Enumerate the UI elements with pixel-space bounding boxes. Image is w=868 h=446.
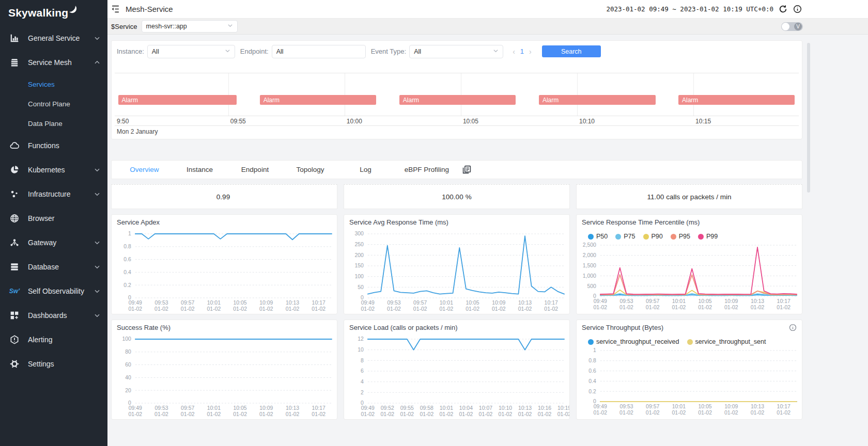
svg-text:01-02: 01-02 bbox=[233, 306, 247, 312]
tab-ebpf-profiling[interactable]: eBPF Profiling bbox=[393, 166, 460, 173]
timeline-divider bbox=[115, 116, 799, 116]
svg-text:10:10: 10:10 bbox=[499, 405, 512, 411]
sidebar-item-dashboards[interactable]: Dashboards bbox=[0, 303, 107, 327]
next-page-icon[interactable]: › bbox=[529, 47, 532, 56]
svg-text:10:04: 10:04 bbox=[459, 405, 473, 411]
sidebar-item-database[interactable]: Database bbox=[0, 254, 107, 279]
svg-text:09:57: 09:57 bbox=[181, 405, 194, 411]
sidebar-item-browser[interactable]: Browser bbox=[0, 206, 107, 230]
svg-text:01-02: 01-02 bbox=[777, 410, 791, 416]
svg-text:10:19: 10:19 bbox=[557, 405, 569, 411]
prev-page-icon[interactable]: ‹ bbox=[513, 47, 515, 56]
tab-log[interactable]: Log bbox=[338, 166, 393, 173]
svg-text:01-02: 01-02 bbox=[420, 411, 434, 417]
timeline-tick-label: 10:00 bbox=[347, 118, 362, 125]
content: Instance: All Endpoint: Event Type: All bbox=[111, 40, 802, 420]
svg-text:0.4: 0.4 bbox=[588, 378, 596, 384]
info-icon[interactable] bbox=[793, 5, 802, 14]
chart-title: Service Throughput (Bytes) bbox=[582, 324, 663, 331]
chart-legend: P50P75P90P95P99 bbox=[577, 230, 802, 241]
time-range-picker[interactable]: 2023-01-02 09:49 ~ 2023-01-02 10:19 UTC+… bbox=[606, 5, 773, 13]
tab-instance[interactable]: Instance bbox=[172, 166, 227, 173]
sidebar-item-functions[interactable]: Functions bbox=[0, 133, 107, 157]
sidebar-item-self-observability[interactable]: Sw’Self Observability bbox=[0, 279, 107, 303]
sidebar-item-service-mesh[interactable]: Service Mesh bbox=[0, 50, 107, 74]
legend-item-P90[interactable]: P90 bbox=[643, 233, 663, 240]
alarm-label: Alarm bbox=[122, 97, 138, 104]
dashboard-settings-icon[interactable] bbox=[462, 165, 473, 175]
legend-dot bbox=[615, 234, 621, 240]
response-time-percentile-chart: Service Response Time Percentile (ms) P5… bbox=[576, 214, 802, 314]
sidebar-item-general-service[interactable]: General Service bbox=[0, 26, 107, 50]
globe-icon bbox=[9, 213, 20, 224]
chevron-down-icon bbox=[94, 191, 100, 197]
alarm-event-bar[interactable]: Alarm bbox=[678, 95, 795, 105]
service-throughput-chart: Service Throughput (Bytes) service_throu… bbox=[576, 320, 802, 420]
svg-text:8: 8 bbox=[361, 358, 364, 363]
alarm-label: Alarm bbox=[682, 97, 698, 104]
svg-text:01-02: 01-02 bbox=[751, 305, 765, 310]
sidebar-item-settings[interactable]: Settings bbox=[0, 352, 107, 376]
alarm-event-bar[interactable]: Alarm bbox=[260, 95, 376, 105]
success-rate-chart: Success Rate (%) 02040608010009:4901-020… bbox=[111, 320, 337, 420]
app-logo[interactable]: Skywalking bbox=[0, 0, 107, 26]
legend-item-service_throughput_sent[interactable]: service_throughput_sent bbox=[687, 338, 766, 345]
alarm-event-bar[interactable]: Alarm bbox=[118, 95, 237, 105]
svg-text:1,000: 1,000 bbox=[583, 273, 596, 279]
event-filter-row: Instance: All Endpoint: Event Type: All bbox=[115, 44, 799, 58]
svg-text:0.4: 0.4 bbox=[123, 269, 131, 275]
sidebar-item-control-plane[interactable]: Control Plane bbox=[0, 94, 107, 114]
timeline-tick-label: 9:50 bbox=[117, 118, 129, 125]
chart-info-icon[interactable] bbox=[789, 324, 797, 331]
svg-text:300: 300 bbox=[354, 231, 364, 236]
svg-text:100: 100 bbox=[354, 274, 364, 279]
version-toggle[interactable]: V bbox=[781, 22, 803, 31]
service-selector-bar: $Service mesh-svr::app V bbox=[107, 19, 868, 35]
legend-item-P50[interactable]: P50 bbox=[588, 233, 608, 240]
service-select[interactable]: mesh-svr::app bbox=[142, 20, 238, 33]
instance-filter-select[interactable]: All bbox=[147, 45, 235, 58]
search-button[interactable]: Search bbox=[542, 45, 601, 57]
svg-text:01-02: 01-02 bbox=[646, 305, 660, 310]
legend-item-P95[interactable]: P95 bbox=[671, 233, 690, 240]
alarm-event-bar[interactable]: Alarm bbox=[539, 95, 656, 105]
legend-item-P99[interactable]: P99 bbox=[698, 233, 718, 240]
svg-text:10:01: 10:01 bbox=[672, 404, 686, 409]
svg-text:09:49: 09:49 bbox=[129, 300, 142, 306]
chevron-down-icon bbox=[94, 264, 100, 270]
svg-text:01-02: 01-02 bbox=[499, 411, 513, 417]
refresh-icon[interactable] bbox=[779, 5, 788, 14]
event-type-filter-label: Event Type: bbox=[371, 47, 406, 55]
database-icon bbox=[9, 262, 20, 272]
svg-text:09:49: 09:49 bbox=[361, 300, 375, 306]
svg-text:10:01: 10:01 bbox=[440, 300, 453, 306]
sidebar-item-alerting[interactable]: Alerting bbox=[0, 327, 107, 352]
alarm-event-bar[interactable]: Alarm bbox=[399, 95, 516, 105]
svg-text:01-02: 01-02 bbox=[387, 306, 401, 312]
svg-text:09:53: 09:53 bbox=[619, 404, 633, 409]
collapse-menu-icon[interactable] bbox=[111, 5, 120, 14]
tab-topology[interactable]: Topology bbox=[283, 166, 338, 173]
svg-text:10:01: 10:01 bbox=[672, 298, 686, 304]
svg-text:09:52: 09:52 bbox=[381, 405, 394, 411]
sidebar-item-gateway[interactable]: Gateway bbox=[0, 230, 107, 254]
sidebar-item-data-plane[interactable]: Data Plane bbox=[0, 114, 107, 133]
sidebar-item-services[interactable]: Services bbox=[0, 74, 107, 94]
chart-plot: 05001,0001,5002,0002,50009:4901-0209:530… bbox=[577, 241, 802, 313]
legend-item-P75[interactable]: P75 bbox=[615, 233, 635, 240]
svg-text:0.8: 0.8 bbox=[588, 358, 596, 363]
svg-text:09:53: 09:53 bbox=[154, 405, 168, 411]
event-type-select[interactable]: All bbox=[409, 45, 503, 58]
sidebar-item-infrastructure[interactable]: Infrastructure bbox=[0, 182, 107, 206]
tab-overview[interactable]: Overview bbox=[117, 166, 172, 173]
scrollbar-thumb[interactable] bbox=[807, 43, 810, 193]
metric-cards-row: 0.99 100.00% 11.00calls or packets / min bbox=[111, 184, 802, 209]
sidebar-item-kubernetes[interactable]: Kubernetes bbox=[0, 157, 107, 182]
svg-text:01-02: 01-02 bbox=[286, 306, 300, 312]
endpoint-filter-input[interactable] bbox=[272, 45, 366, 58]
tab-endpoint[interactable]: Endpoint bbox=[227, 166, 283, 173]
svg-text:01-02: 01-02 bbox=[518, 411, 532, 417]
svg-text:01-02: 01-02 bbox=[466, 306, 479, 312]
chevron-down-icon bbox=[225, 48, 230, 55]
legend-item-service_throughput_received[interactable]: service_throughput_received bbox=[588, 338, 679, 345]
